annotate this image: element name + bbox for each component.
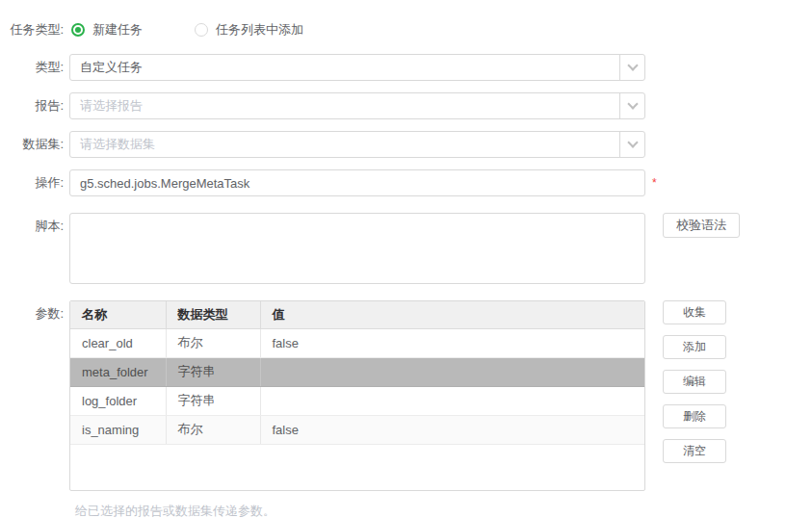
param-type-cell: 字符串 xyxy=(166,386,260,415)
type-label: 类型: xyxy=(0,54,69,81)
param-value-cell xyxy=(260,357,644,386)
header-name: 名称 xyxy=(70,301,166,328)
param-value-cell: false xyxy=(260,415,644,444)
type-select-value: 自定义任务 xyxy=(70,55,619,80)
params-add-button[interactable]: 添加 xyxy=(663,335,726,359)
required-asterisk: * xyxy=(652,169,657,196)
dataset-label: 数据集: xyxy=(0,131,69,158)
table-row[interactable]: log_folder 字符串 xyxy=(70,386,644,415)
dataset-select-addon[interactable] xyxy=(619,132,644,157)
dataset-select-placeholder: 请选择数据集 xyxy=(70,132,619,157)
params-label: 参数: xyxy=(0,300,69,327)
operation-input[interactable] xyxy=(69,169,645,196)
param-type-cell: 布尔 xyxy=(166,328,260,357)
param-value-cell: false xyxy=(260,328,644,357)
radio-unselected-icon xyxy=(195,23,208,37)
type-row: 类型: 自定义任务 xyxy=(0,54,812,81)
script-textarea[interactable] xyxy=(69,213,645,284)
task-type-radio-group: 新建任务 任务列表中添加 xyxy=(69,21,355,39)
table-row[interactable]: clear_old 布尔 false xyxy=(70,328,644,357)
report-select-addon[interactable] xyxy=(619,93,644,118)
type-select[interactable]: 自定义任务 xyxy=(69,54,645,81)
param-name-cell: clear_old xyxy=(70,328,166,357)
params-table: 名称 数据类型 值 clear_old 布尔 false meta_folder… xyxy=(69,300,645,491)
radio-add-from-list[interactable]: 任务列表中添加 xyxy=(195,21,303,39)
type-select-addon[interactable] xyxy=(619,55,644,80)
chevron-down-icon xyxy=(627,137,638,147)
params-collect-button[interactable]: 收集 xyxy=(663,300,726,324)
table-row[interactable]: is_naming 布尔 false xyxy=(70,415,644,444)
params-edit-button[interactable]: 编辑 xyxy=(663,370,726,394)
script-label: 脚本: xyxy=(0,213,69,240)
header-value: 值 xyxy=(260,301,644,328)
dataset-select[interactable]: 请选择数据集 xyxy=(69,131,645,158)
radio-new-task-label: 新建任务 xyxy=(92,21,143,39)
params-delete-button[interactable]: 删除 xyxy=(663,404,726,428)
params-table-body: clear_old 布尔 false meta_folder 字符串 log_f… xyxy=(70,328,644,444)
param-value-cell xyxy=(260,386,644,415)
param-name-cell: log_folder xyxy=(70,386,166,415)
task-form: 任务类型: 新建任务 任务列表中添加 类型: 自定义任务 报告: 请选择报告 xyxy=(0,0,812,518)
task-type-row: 任务类型: 新建任务 任务列表中添加 xyxy=(0,21,812,39)
params-clear-button[interactable]: 清空 xyxy=(663,439,726,463)
radio-add-from-list-label: 任务列表中添加 xyxy=(216,21,303,39)
params-hint-text: 给已选择的报告或数据集传递参数。 xyxy=(75,503,812,518)
params-row: 参数: 名称 数据类型 值 clear_old 布尔 false meta_fo… xyxy=(0,300,812,491)
params-button-stack: 收集添加编辑删除清空 xyxy=(663,300,726,474)
dataset-row: 数据集: 请选择数据集 xyxy=(0,131,812,158)
report-select-placeholder: 请选择报告 xyxy=(70,93,619,118)
operation-row: 操作: * xyxy=(0,169,812,196)
report-select[interactable]: 请选择报告 xyxy=(69,92,645,119)
radio-new-task[interactable]: 新建任务 xyxy=(71,21,143,39)
param-name-cell: is_naming xyxy=(70,415,166,444)
param-type-cell: 布尔 xyxy=(166,415,260,444)
header-datatype: 数据类型 xyxy=(166,301,260,328)
script-row: 脚本: 校验语法 xyxy=(0,213,812,284)
report-row: 报告: 请选择报告 xyxy=(0,92,812,119)
table-row[interactable]: meta_folder 字符串 xyxy=(70,357,644,386)
operation-label: 操作: xyxy=(0,169,69,196)
param-name-cell: meta_folder xyxy=(70,357,166,386)
task-type-label: 任务类型: xyxy=(0,22,69,38)
report-label: 报告: xyxy=(0,92,69,119)
param-type-cell: 字符串 xyxy=(166,357,260,386)
validate-syntax-button[interactable]: 校验语法 xyxy=(663,213,740,238)
chevron-down-icon xyxy=(627,98,638,109)
radio-selected-icon xyxy=(71,23,85,37)
params-table-header: 名称 数据类型 值 xyxy=(70,301,644,328)
chevron-down-icon xyxy=(627,60,638,70)
